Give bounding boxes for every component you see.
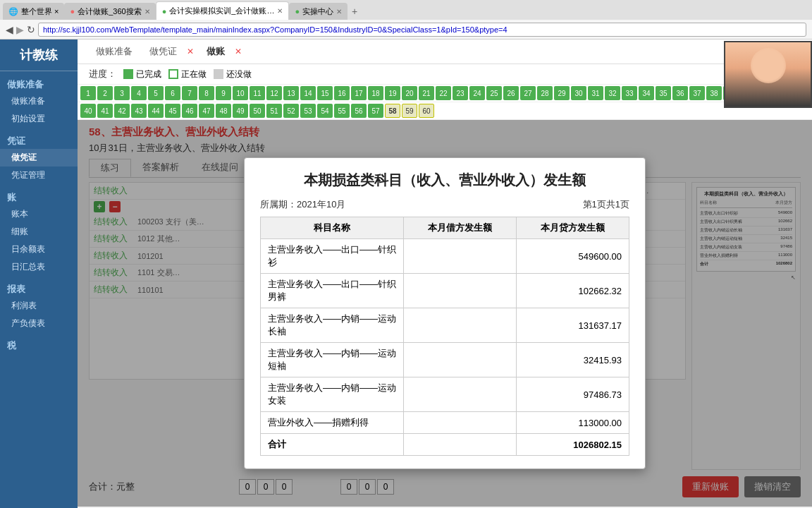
num-59[interactable]: 59	[402, 104, 417, 118]
num-44[interactable]: 44	[148, 104, 164, 118]
sidebar-item-zichanfuzhaibiiao[interactable]: 产负债表	[0, 315, 78, 332]
tab-practice[interactable]: ● 实操中心 ✕	[289, 3, 347, 20]
num-51[interactable]: 51	[266, 104, 282, 118]
number-grid-row1: 1 2 3 4 5 6 7 8 9 10 11 12 13 14 15 16 1…	[78, 85, 812, 102]
num-54[interactable]: 54	[317, 104, 333, 118]
zuozhang-button[interactable]: 做账	[199, 43, 232, 60]
num-50[interactable]: 50	[250, 104, 265, 118]
num-35[interactable]: 35	[656, 86, 671, 100]
tab3-close[interactable]: ✕	[336, 8, 342, 16]
num-9[interactable]: 9	[216, 86, 231, 100]
num-26[interactable]: 26	[503, 86, 519, 100]
zuozhang-zhunbei-button[interactable]: 做账准备	[89, 43, 140, 60]
num-19[interactable]: 19	[385, 86, 400, 100]
num-5[interactable]: 5	[148, 86, 164, 100]
new-tab-button[interactable]: +	[347, 3, 362, 20]
num-3[interactable]: 3	[114, 86, 130, 100]
num-18[interactable]: 18	[368, 86, 383, 100]
num-32[interactable]: 32	[605, 86, 620, 100]
num-4[interactable]: 4	[131, 86, 147, 100]
num-6[interactable]: 6	[165, 86, 180, 100]
num-38[interactable]: 38	[706, 86, 722, 100]
tab2-close[interactable]: ✕	[277, 7, 283, 15]
num-56[interactable]: 56	[351, 104, 367, 118]
sidebar-item-zuopingzheng[interactable]: 做凭证	[0, 149, 78, 167]
num-33[interactable]: 33	[622, 86, 637, 100]
num-60[interactable]: 60	[419, 104, 434, 118]
forward-button[interactable]: ▶	[16, 24, 24, 35]
back-button[interactable]: ◀	[6, 24, 13, 35]
num-20[interactable]: 20	[402, 86, 417, 100]
num-36[interactable]: 36	[672, 86, 688, 100]
refresh-button[interactable]: ↻	[27, 24, 35, 35]
num-52[interactable]: 52	[283, 104, 299, 118]
top-button-bar: 做账准备 做凭证 ✕ 做账 ✕	[78, 40, 812, 64]
num-12[interactable]: 12	[266, 86, 282, 100]
num-14[interactable]: 14	[300, 86, 316, 100]
num-30[interactable]: 30	[571, 86, 586, 100]
modal-page: 第1页共1页	[583, 198, 629, 211]
num-37[interactable]: 37	[689, 86, 705, 100]
num-22[interactable]: 22	[436, 86, 451, 100]
sidebar-item-chushishezhi[interactable]: 初始设置	[0, 110, 78, 128]
sidebar-item-xizhang[interactable]: 细账	[0, 223, 78, 241]
num-58[interactable]: 58	[385, 104, 400, 118]
num-47[interactable]: 47	[199, 104, 214, 118]
zuopingzheng-button[interactable]: 做凭证	[142, 43, 184, 60]
sidebar-item-rihuitotal[interactable]: 日汇总表	[0, 258, 78, 276]
modal-total-row: 合计 1026802.15	[261, 434, 629, 456]
num-10[interactable]: 10	[233, 86, 248, 100]
num-31[interactable]: 31	[588, 86, 603, 100]
num-23[interactable]: 23	[453, 86, 468, 100]
num-45[interactable]: 45	[165, 104, 180, 118]
num-2[interactable]: 2	[97, 86, 113, 100]
num-27[interactable]: 27	[520, 86, 536, 100]
num-29[interactable]: 29	[554, 86, 570, 100]
num-46[interactable]: 46	[182, 104, 197, 118]
num-11[interactable]: 11	[250, 86, 265, 100]
num-21[interactable]: 21	[419, 86, 434, 100]
sidebar-item-zhangzhun[interactable]: 做账准备	[0, 92, 78, 110]
tab-search[interactable]: ● 会计做账_360搜索 ✕	[64, 3, 155, 20]
sidebar-item-zhang[interactable]: 账本	[0, 205, 78, 223]
num-48[interactable]: 48	[216, 104, 231, 118]
sidebar-section-zhang: 账	[0, 187, 78, 205]
num-43[interactable]: 43	[131, 104, 147, 118]
num-17[interactable]: 17	[351, 86, 367, 100]
total-label-cell: 合计	[261, 434, 404, 456]
modal-overlay: 本期损益类科目（收入、营业外收入）发生额 所属期：2021年10月 第1页共1页…	[78, 120, 812, 507]
sidebar-item-riyuetable[interactable]: 日余额表	[0, 241, 78, 258]
number-grid-row2: 40 41 42 43 44 45 46 47 48 49 50 51 52 5…	[78, 102, 812, 120]
num-40[interactable]: 40	[80, 104, 96, 118]
num-7[interactable]: 7	[182, 86, 197, 100]
modal-title: 本期损益类科目（收入、营业外收入）发生额	[260, 171, 629, 190]
num-55[interactable]: 55	[334, 104, 350, 118]
num-16[interactable]: 16	[334, 86, 350, 100]
num-49[interactable]: 49	[233, 104, 248, 118]
sidebar-item-pingzhengguanli[interactable]: 凭证管理	[0, 167, 78, 184]
num-13[interactable]: 13	[283, 86, 299, 100]
tab1-close[interactable]: ✕	[144, 8, 150, 16]
num-34[interactable]: 34	[639, 86, 654, 100]
num-41[interactable]: 41	[97, 104, 113, 118]
row6-name: 营业外收入——捐赠利得	[261, 412, 404, 434]
num-25[interactable]: 25	[486, 86, 502, 100]
zuopingzheng-close[interactable]: ✕	[187, 47, 194, 56]
modal-row-6: 营业外收入——捐赠利得 113000.00	[261, 412, 629, 434]
num-1[interactable]: 1	[80, 86, 96, 100]
url-bar[interactable]: http://sc.kjjl100.com/WebTemplate/templa…	[38, 23, 806, 37]
zuozhang-close[interactable]: ✕	[235, 47, 242, 56]
webcam-person	[725, 42, 811, 107]
sidebar-item-lirunbiao[interactable]: 利润表	[0, 297, 78, 315]
tab-world[interactable]: 🌐 整个世界 ×	[3, 3, 64, 20]
row6-debit	[404, 412, 517, 434]
tab-main[interactable]: ● 会计实操模拟实训_会计做账… ✕	[156, 1, 290, 20]
num-28[interactable]: 28	[537, 86, 553, 100]
num-24[interactable]: 24	[469, 86, 485, 100]
num-53[interactable]: 53	[300, 104, 316, 118]
row5-credit: 97486.73	[517, 377, 629, 412]
num-57[interactable]: 57	[368, 104, 383, 118]
num-42[interactable]: 42	[114, 104, 130, 118]
num-8[interactable]: 8	[199, 86, 214, 100]
num-15[interactable]: 15	[317, 86, 333, 100]
